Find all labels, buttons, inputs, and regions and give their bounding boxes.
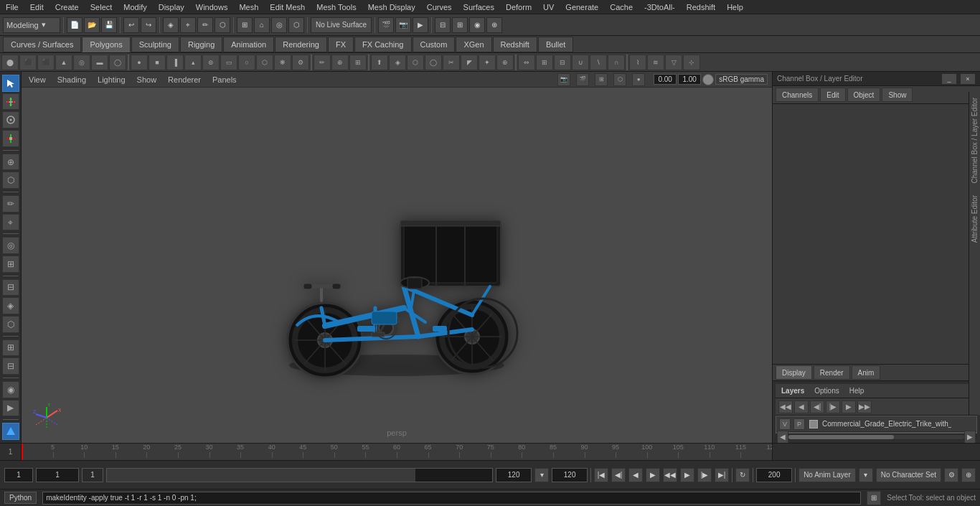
timeline-ruler[interactable]: 0510152025303540455055606570758085909510… <box>22 444 772 460</box>
edit-tab[interactable]: Edit <box>820 88 845 102</box>
select-arrow-btn[interactable] <box>2 75 19 92</box>
snap-curve-btn[interactable]: ⌂ <box>254 17 270 33</box>
universal-manip-btn[interactable]: ⊕ <box>2 154 19 171</box>
tab-bullet[interactable]: Bullet <box>538 37 574 52</box>
render-seq-btn[interactable]: 📷 <box>395 17 411 33</box>
live-surface-btn[interactable]: No Live Surface <box>311 17 372 33</box>
layers-fwd-btn[interactable]: ▶ <box>842 400 856 413</box>
smooth-btn[interactable]: ≋ <box>647 55 664 70</box>
viewport[interactable]: View Shading Lighting Show Renderer Pane… <box>22 72 772 443</box>
anim-play-forward-btn[interactable]: ▶ <box>646 468 660 482</box>
tab-sculpting[interactable]: Sculpting <box>131 37 179 52</box>
char-set-settings[interactable]: ⚙ <box>944 468 958 482</box>
extra-btn-1[interactable]: ⊟ <box>435 17 451 33</box>
side-tab-attribute-editor[interactable]: Attribute Editor <box>969 189 980 248</box>
menu-display[interactable]: Display <box>153 1 190 13</box>
menu-modify[interactable]: Modify <box>118 1 152 13</box>
scroll-track[interactable] <box>788 435 964 439</box>
save-scene-btn[interactable]: 💾 <box>101 17 117 33</box>
lasso-btn[interactable]: ⌖ <box>180 17 196 33</box>
anim-range-max-input[interactable] <box>756 468 792 482</box>
vis-toggle-btn[interactable]: ◉ <box>2 381 19 398</box>
show-tab[interactable]: Show <box>882 88 913 102</box>
layers-next-btn[interactable]: |▶ <box>826 400 840 413</box>
extra-btn-4[interactable]: ⊕ <box>486 17 502 33</box>
render-btn[interactable]: 🎬 <box>378 17 394 33</box>
menu-3dtoall[interactable]: -3DtoAll- <box>639 1 681 13</box>
anim-prev-key-btn[interactable]: ◀| <box>611 468 626 482</box>
select-btn[interactable]: ◈ <box>163 17 179 33</box>
poke-btn[interactable]: ✦ <box>479 55 496 70</box>
new-scene-btn[interactable]: 📄 <box>67 17 83 33</box>
cylinder-icon-btn[interactable]: ⬛ <box>37 55 55 70</box>
extrude-btn[interactable]: ⬆ <box>371 55 388 70</box>
extra-btn-2[interactable]: ⊞ <box>452 17 468 33</box>
vp-renderer-menu[interactable]: Renderer <box>165 74 204 85</box>
sphere-icon-btn[interactable]: ⬤ <box>1 55 19 70</box>
minus-layout-btn[interactable]: ⊟ <box>2 357 19 375</box>
menu-mesh-display[interactable]: Mesh Display <box>362 1 421 13</box>
retopo-btn[interactable]: ⊹ <box>683 55 700 70</box>
deform-btn[interactable]: ⌇ <box>629 55 646 70</box>
lasso-select-btn[interactable]: ⌖ <box>2 214 19 231</box>
anim-play-back-btn[interactable]: ◀◀ <box>663 468 677 482</box>
scroll-left-btn[interactable]: ◀ <box>777 431 788 444</box>
display-tab[interactable]: Display <box>776 365 812 380</box>
ipr-btn[interactable]: ▶ <box>413 17 428 33</box>
layers-end-btn[interactable]: ▶▶ <box>857 400 872 413</box>
anim-go-end-btn[interactable]: ▶| <box>715 468 729 482</box>
connect-tool-btn[interactable]: ⊕ <box>331 55 349 70</box>
tab-fx-caching[interactable]: FX Caching <box>354 37 411 52</box>
anim-prev-frame-btn[interactable]: ◀ <box>628 468 643 482</box>
panel-minimize-btn[interactable]: _ <box>941 73 957 85</box>
vp-show-menu[interactable]: Show <box>134 74 160 85</box>
fill-hole-btn[interactable]: ◯ <box>425 55 442 70</box>
poly-gear-btn[interactable]: ⚙ <box>292 55 309 70</box>
current-frame-input[interactable] <box>4 468 33 482</box>
redo-btn[interactable]: ↪ <box>141 17 156 33</box>
bridge-tool-btn[interactable]: ⊞ <box>349 55 367 70</box>
poly-cube-btn[interactable]: ■ <box>149 55 166 70</box>
snap-point-btn[interactable]: ◎ <box>2 237 19 254</box>
render-tab[interactable]: Render <box>814 365 850 380</box>
scroll-right-btn[interactable]: ▶ <box>964 431 976 444</box>
move-transform-btn[interactable] <box>2 93 19 111</box>
anim-loop-btn[interactable]: ↻ <box>735 468 750 482</box>
object-tab[interactable]: Object <box>847 88 881 102</box>
layers-back-btn[interactable]: ◀ <box>794 400 809 413</box>
snap-pt-btn[interactable]: ◎ <box>271 17 287 33</box>
menu-edit-mesh[interactable]: Edit Mesh <box>264 1 311 13</box>
script-lock-btn[interactable]: ⊞ <box>867 491 881 505</box>
camera-bookmark-btn[interactable]: ⬡ <box>2 316 19 333</box>
vp-shading-menu[interactable]: Shading <box>55 74 89 85</box>
paint-select-btn[interactable]: ✏ <box>2 195 19 212</box>
wedge-btn[interactable]: ◤ <box>461 55 478 70</box>
cone-icon-btn[interactable]: ▲ <box>55 55 72 70</box>
poly-torus-btn[interactable]: ⊚ <box>202 55 220 70</box>
current-frame-input2[interactable] <box>36 468 79 482</box>
tab-fx[interactable]: FX <box>328 37 354 52</box>
viewport-canvas[interactable]: persp X Y Z <box>22 88 772 443</box>
range-end-input[interactable] <box>552 468 588 482</box>
open-scene-btn[interactable]: 📂 <box>84 17 100 33</box>
menu-surfaces[interactable]: Surfaces <box>458 1 500 13</box>
vp-grid-btn[interactable]: ⊞ <box>595 73 608 86</box>
merge-btn[interactable]: ⬡ <box>407 55 424 70</box>
layer-p-toggle[interactable]: P <box>793 418 805 430</box>
extra-btn-3[interactable]: ◉ <box>469 17 485 33</box>
poly-disk-btn[interactable]: ○ <box>238 55 255 70</box>
python-label[interactable]: Python <box>4 492 37 504</box>
vp-panels-menu[interactable]: Panels <box>209 74 240 85</box>
mode-dropdown[interactable]: Modeling ▾ <box>3 17 60 33</box>
rotate-transform-btn[interactable] <box>2 111 19 128</box>
range-dropdown-btn[interactable]: ▾ <box>534 468 549 482</box>
tab-curves-surfaces[interactable]: Curves / Surfaces <box>3 37 81 52</box>
bool-union-btn[interactable]: ∪ <box>572 55 589 70</box>
snap-grid-btn[interactable]: ⊞ <box>237 17 253 33</box>
soft-select-btn[interactable]: ⬡ <box>2 172 19 189</box>
snap-grid-btn2[interactable]: ⊞ <box>2 256 19 273</box>
menu-generate[interactable]: Generate <box>560 1 604 13</box>
command-input[interactable] <box>42 492 861 505</box>
show-grid-btn[interactable]: ⊟ <box>2 279 19 296</box>
layer-item[interactable]: V P Commercial_Grade_Electric_Trike_with… <box>776 416 976 432</box>
